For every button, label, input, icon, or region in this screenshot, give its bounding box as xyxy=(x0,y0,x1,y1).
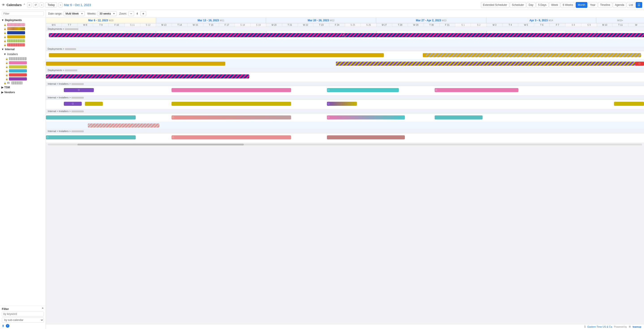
date-range-toolbar-label: Date range: xyxy=(48,12,62,15)
view-month-button[interactable]: Month xyxy=(576,2,587,8)
sidebar-item-ri[interactable]: 🔒 RI xyxy=(0,81,46,85)
event-inst2-r1-e4[interactable]: ☐ xyxy=(327,102,357,106)
date-range-label[interactable]: Mar 6 - Oct 1, 2023 xyxy=(64,3,91,7)
sidebar-item-dep-5[interactable]: 🔒 xyxy=(0,39,46,43)
filter-input[interactable] xyxy=(2,11,44,16)
view-week-button[interactable]: Week xyxy=(549,2,560,8)
weeks-select[interactable]: 30 weeks xyxy=(98,11,117,16)
view-extended-scheduler-button[interactable]: Extended Scheduler xyxy=(481,2,509,8)
event-inst2-r1-e1[interactable]: ☐ xyxy=(64,102,82,106)
event-dep1-r1-e1[interactable]: ☐ xyxy=(49,33,390,37)
view-agenda-button[interactable]: Agenda xyxy=(613,2,626,8)
calendar-grid-outer[interactable]: Mar 6 - 12, 2023 W10 Mar 13 - 19, 2023 W… xyxy=(46,18,644,324)
toolbar: Date range: Multi Week Weeks: 30 weeks xyxy=(46,10,644,18)
event-inst3-r1-e2[interactable]: ☐ xyxy=(172,115,291,119)
sidebar-item-dep-4[interactable]: 🔒 xyxy=(0,35,46,39)
scroll-indicator xyxy=(46,143,644,146)
event-inst4-r1-e1[interactable]: ☐ xyxy=(46,135,136,139)
scroll-track[interactable] xyxy=(48,144,642,145)
event-dep2-r2-e2[interactable] xyxy=(336,62,635,66)
view-year-button[interactable]: Year xyxy=(588,2,598,8)
tsm-group-header[interactable]: ▶ TSM xyxy=(0,85,46,90)
today-button[interactable]: Today xyxy=(45,3,57,8)
event-dep1-r1-e2[interactable]: ☐ xyxy=(342,33,644,37)
collapse-filter-icon[interactable]: ⌃ xyxy=(42,307,44,311)
event-inst3-r2-e1[interactable]: ☐ xyxy=(88,124,160,128)
event-inst2-r1-e5[interactable] xyxy=(614,102,644,106)
zoom-in-button[interactable]: + xyxy=(140,11,146,16)
sidebar-item-dep-3[interactable]: 🔒 xyxy=(0,31,46,35)
view-5days-button[interactable]: 5 Days xyxy=(536,2,548,8)
event-inst4-r1-e2[interactable]: ☐ xyxy=(172,135,291,139)
event-dep3-r1-e1[interactable]: ☐ xyxy=(46,74,249,79)
view-buttons: Extended Scheduler Scheduler Day 5 Days … xyxy=(481,2,642,8)
date-range-select[interactable]: Multi Week xyxy=(64,11,85,16)
week-header-14: Apr 3 - 9, 2023 W14 xyxy=(486,18,596,23)
menu-button[interactable]: ☰ xyxy=(636,2,642,8)
event-dep2-r1-e3[interactable] xyxy=(426,53,641,57)
view-timeline-button[interactable]: Timeline xyxy=(598,2,612,8)
vendors-group-header[interactable]: ▶ Vendors xyxy=(0,90,46,95)
collapse-sidebar-button[interactable]: ⌃ xyxy=(23,3,26,7)
week-14-num: W14 xyxy=(548,19,553,22)
prev-button[interactable]: ‹ xyxy=(40,3,44,8)
event-inst1-r1-e1[interactable]: ☐ xyxy=(64,88,94,92)
color-bar xyxy=(9,61,27,64)
lock-icon: 🔒 xyxy=(4,82,6,84)
view-6weeks-button[interactable]: 6 Weeks xyxy=(561,2,575,8)
day-cell-t6b: T 6 xyxy=(534,23,550,27)
event-dep2-r1-e1[interactable] xyxy=(49,53,384,57)
view-day-button[interactable]: Day xyxy=(527,2,536,8)
section-label-inst3: Internal > Installers > xyxy=(46,109,644,113)
week-12-num: W12 xyxy=(330,19,334,22)
subcalendar-filter-select[interactable]: by sub-calendar xyxy=(2,317,44,323)
event-inst3-r1-e3[interactable]: ☐ xyxy=(327,115,405,119)
sidebar-item-inst-2[interactable]: 🔒 xyxy=(0,61,46,65)
event-dep2-r2-e1[interactable] xyxy=(46,62,225,66)
sidebar-item-dep-6[interactable]: 🔒 xyxy=(0,43,46,47)
day-cell-wc: W xyxy=(628,23,644,27)
app: 👁 Calendars ⌃ « ↺ ‹ Today › Mar 6 - Oct … xyxy=(0,0,644,329)
event-icon: ☐ xyxy=(328,89,330,91)
eye-icon[interactable]: 👁 xyxy=(2,3,5,7)
sidebar-item-dep-2[interactable]: 🔒 xyxy=(0,27,46,31)
color-bar xyxy=(7,27,25,30)
event-inst4-r1-e3[interactable] xyxy=(327,135,405,139)
event-inst2-r1-e3[interactable] xyxy=(172,102,291,106)
event-icon: ☐ xyxy=(343,34,345,37)
sidebar-item-inst-3[interactable]: 🔒 xyxy=(0,65,46,69)
event-inst1-r1-e4[interactable]: ☐ xyxy=(435,88,518,92)
event-inst3-r1-e1[interactable] xyxy=(46,115,136,119)
deployments-group-header[interactable]: ▼ Deployments xyxy=(0,18,46,23)
day-cell-s12: S 12 xyxy=(140,23,156,27)
event-dep2-r2-e3[interactable]: ☐ xyxy=(635,62,644,66)
share-icon[interactable]: ⬆ xyxy=(2,324,4,328)
event-icon: ☐ xyxy=(46,136,48,139)
prev-prev-button[interactable]: « xyxy=(27,3,32,8)
week-header-10: Mar 6 - 12, 2023 W10 xyxy=(46,18,156,23)
sidebar-bottom-filter: Filter ⌃ by sub-calendar ⬆ ? xyxy=(0,306,46,329)
day-cell-w29: W 29 xyxy=(408,23,424,27)
zoom-out-button[interactable]: − xyxy=(128,11,134,16)
view-scheduler-button[interactable]: Scheduler xyxy=(510,2,526,8)
sidebar-item-inst-1[interactable]: 🔒 xyxy=(0,57,46,61)
event-inst1-r1-e2[interactable] xyxy=(172,88,291,92)
event-inst2-r1-e2[interactable] xyxy=(85,102,103,106)
internal-group-header[interactable]: ▼ Internal xyxy=(0,47,46,52)
next-button[interactable]: › xyxy=(58,3,62,8)
sidebar-item-inst-5[interactable]: 🔒 xyxy=(0,73,46,77)
refresh-button[interactable]: ↺ xyxy=(33,3,38,8)
keyword-filter-input[interactable] xyxy=(2,311,44,316)
weeks-group: Weeks: 30 weeks xyxy=(87,11,117,16)
view-list-button[interactable]: List xyxy=(627,2,635,8)
help-icon[interactable]: ? xyxy=(6,324,10,328)
sidebar-item-inst-4[interactable]: 🔒 xyxy=(0,69,46,73)
sidebar-item-dep-1[interactable]: 🔒 xyxy=(0,23,46,27)
lock-icon: 🔒 xyxy=(4,44,6,46)
event-inst1-r1-e3[interactable]: ☐ xyxy=(327,88,399,92)
color-bar xyxy=(12,81,22,85)
sidebar-item-inst-6[interactable]: 🔒 xyxy=(0,77,46,81)
event-icon: ☐ xyxy=(328,116,330,119)
installers-subgroup-header[interactable]: ▼ Installers xyxy=(0,52,46,57)
event-inst3-r1-e4[interactable] xyxy=(435,115,482,119)
